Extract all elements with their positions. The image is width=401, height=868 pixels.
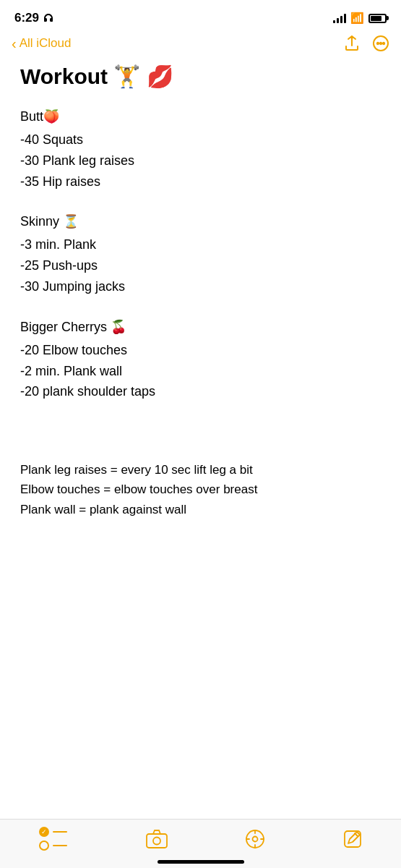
svg-point-5 — [153, 837, 160, 844]
section-skinny-header: Skinny ⏳ — [20, 212, 381, 231]
share-icon — [343, 35, 361, 52]
svg-point-1 — [377, 43, 379, 44]
headphones-icon — [43, 13, 54, 23]
check-line-1 — [53, 831, 67, 833]
back-chevron-icon: ‹ — [12, 35, 17, 52]
note-def-1: Plank leg raises = every 10 sec lift leg… — [20, 460, 381, 480]
section-skinny: Skinny ⏳ -3 min. Plank -25 Push-ups -30 … — [20, 212, 381, 297]
share-button[interactable] — [343, 35, 361, 52]
edit-icon — [343, 830, 362, 848]
edit-button[interactable] — [343, 830, 362, 848]
skinny-item-1: -3 min. Plank — [20, 234, 381, 255]
svg-point-2 — [380, 43, 381, 44]
signal-icon — [333, 13, 346, 23]
back-label: All iCloud — [20, 36, 72, 51]
svg-rect-4 — [147, 834, 167, 848]
camera-button[interactable] — [146, 830, 168, 848]
notes-section: Plank leg raises = every 10 sec lift leg… — [20, 460, 381, 519]
note-title: Workout 🏋️ 💋 — [20, 64, 381, 90]
section-butt: Butt🍑 -40 Squats -30 Plank leg raises -3… — [20, 107, 381, 192]
home-indicator — [158, 860, 244, 864]
back-button[interactable]: ‹ All iCloud — [12, 35, 71, 52]
svg-point-7 — [253, 836, 258, 841]
status-time: 6:29 — [14, 11, 54, 25]
check-circle-1 — [39, 827, 49, 837]
checklist-button[interactable] — [39, 827, 67, 851]
note-content: Workout 🏋️ 💋 Butt🍑 -40 Squats -30 Plank … — [0, 58, 401, 560]
location-icon — [246, 830, 264, 848]
battery-icon — [368, 14, 387, 23]
check-line-2 — [53, 845, 67, 846]
note-def-3: Plank wall = plank against wall — [20, 500, 381, 519]
more-icon — [372, 35, 389, 52]
section-cherrys: Bigger Cherrys 🍒 -20 Elbow touches -2 mi… — [20, 318, 381, 402]
checklist-icon — [39, 827, 67, 851]
cherrys-item-1: -20 Elbow touches — [20, 340, 381, 361]
butt-item-2: -30 Plank leg raises — [20, 150, 381, 171]
status-icons: 📶 — [333, 12, 387, 25]
skinny-item-3: -30 Jumping jacks — [20, 276, 381, 297]
wifi-icon: 📶 — [350, 12, 364, 25]
section-cherrys-header: Bigger Cherrys 🍒 — [20, 318, 381, 337]
butt-item-1: -40 Squats — [20, 129, 381, 150]
butt-item-3: -35 Hip raises — [20, 171, 381, 192]
nav-bar: ‹ All iCloud — [0, 32, 401, 58]
location-button[interactable] — [246, 830, 264, 848]
note-def-2: Elbow touches = elbow touches over breas… — [20, 480, 381, 499]
more-button[interactable] — [372, 35, 389, 52]
section-butt-header: Butt🍑 — [20, 107, 381, 127]
cherrys-item-3: -20 plank shoulder taps — [20, 381, 381, 402]
cherrys-item-2: -2 min. Plank wall — [20, 361, 381, 382]
svg-point-3 — [383, 43, 384, 44]
camera-icon — [146, 830, 168, 848]
check-circle-2 — [39, 841, 49, 851]
nav-actions — [343, 35, 389, 52]
skinny-item-2: -25 Push-ups — [20, 255, 381, 276]
status-bar: 6:29 📶 — [0, 0, 401, 32]
